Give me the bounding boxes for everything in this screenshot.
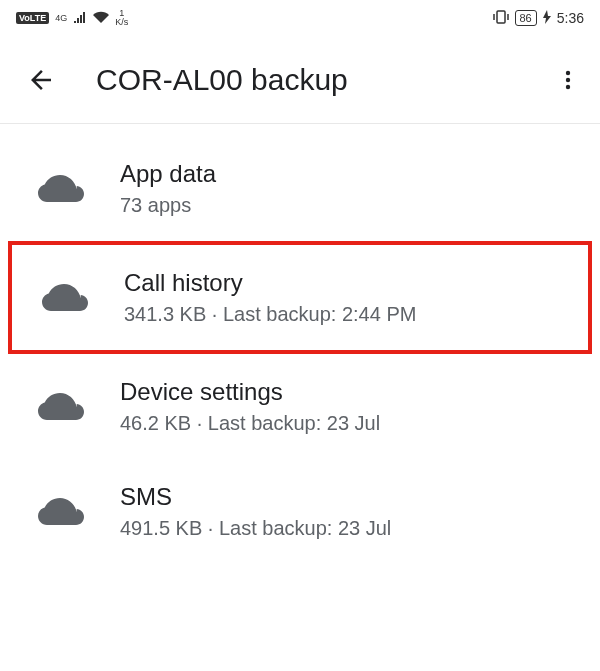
page-title: COR-AL00 backup xyxy=(96,63,556,97)
vibrate-icon xyxy=(493,10,509,27)
svg-point-1 xyxy=(566,70,570,74)
item-title: Device settings xyxy=(120,378,380,406)
speed-indicator: 1 K/s xyxy=(115,9,128,27)
cloud-icon xyxy=(42,281,90,315)
status-left: VoLTE 4G 1 K/s xyxy=(16,9,128,27)
list-item[interactable]: App data73 apps xyxy=(0,136,600,241)
arrow-back-icon xyxy=(26,65,56,95)
charging-icon xyxy=(543,10,551,27)
signal-icon xyxy=(73,10,87,26)
status-right: 86 5:36 xyxy=(493,10,585,27)
list-item[interactable]: Call history341.3 KB · Last backup: 2:44… xyxy=(8,241,592,354)
cloud-icon xyxy=(38,495,86,529)
cloud-icon xyxy=(38,172,86,206)
wifi-icon xyxy=(93,10,109,26)
app-bar: COR-AL00 backup xyxy=(0,36,600,124)
network-label: 4G xyxy=(55,14,67,23)
item-subtitle: 491.5 KB · Last backup: 23 Jul xyxy=(120,517,391,540)
speed-unit: K/s xyxy=(115,18,128,27)
back-button[interactable] xyxy=(26,65,56,95)
svg-rect-0 xyxy=(497,11,505,23)
item-title: App data xyxy=(120,160,216,188)
battery-level: 86 xyxy=(515,10,537,26)
clock: 5:36 xyxy=(557,10,584,26)
list-item[interactable]: Device settings46.2 KB · Last backup: 23… xyxy=(0,354,600,459)
item-subtitle: 341.3 KB · Last backup: 2:44 PM xyxy=(124,303,416,326)
svg-point-2 xyxy=(566,77,570,81)
volte-badge: VoLTE xyxy=(16,12,49,24)
more-vert-icon xyxy=(556,68,580,92)
item-subtitle: 73 apps xyxy=(120,194,216,217)
backup-list: App data73 appsCall history341.3 KB · La… xyxy=(0,124,600,564)
item-title: Call history xyxy=(124,269,416,297)
item-text: Device settings46.2 KB · Last backup: 23… xyxy=(120,378,380,435)
list-item[interactable]: SMS491.5 KB · Last backup: 23 Jul xyxy=(0,459,600,564)
status-bar: VoLTE 4G 1 K/s 86 5:36 xyxy=(0,0,600,36)
svg-point-3 xyxy=(566,84,570,88)
item-text: Call history341.3 KB · Last backup: 2:44… xyxy=(124,269,416,326)
more-button[interactable] xyxy=(556,68,580,92)
item-subtitle: 46.2 KB · Last backup: 23 Jul xyxy=(120,412,380,435)
item-text: SMS491.5 KB · Last backup: 23 Jul xyxy=(120,483,391,540)
cloud-icon xyxy=(38,390,86,424)
item-text: App data73 apps xyxy=(120,160,216,217)
item-title: SMS xyxy=(120,483,391,511)
